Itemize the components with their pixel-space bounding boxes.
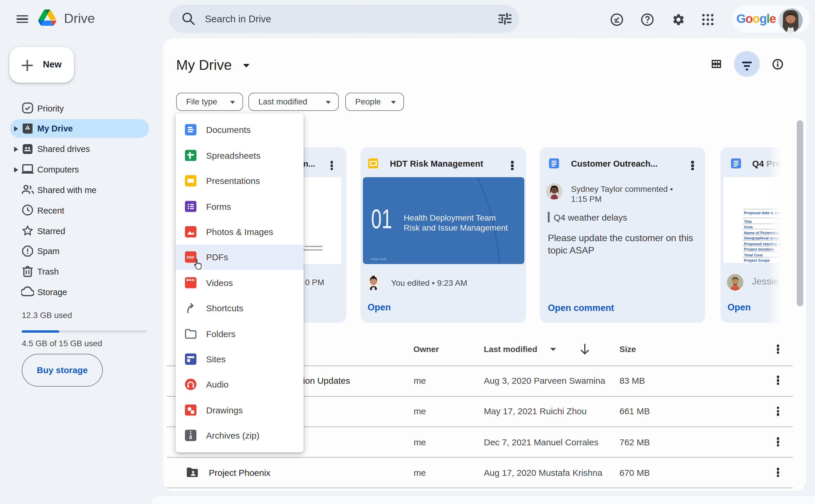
svg-text:Google Health: Google Health — [370, 258, 386, 261]
